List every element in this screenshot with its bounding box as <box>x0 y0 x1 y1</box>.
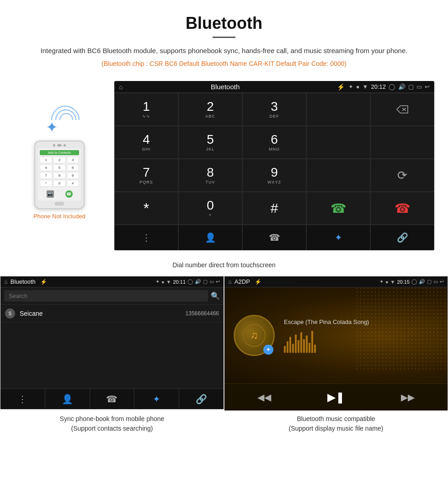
prev-track-button[interactable]: ◀◀ <box>251 389 278 405</box>
bt-overlay-icon: ✦ <box>263 345 273 355</box>
dial-caption: Dial number direct from touchscreen <box>0 258 448 276</box>
dial-key-1[interactable]: 1 ∿∿ <box>114 93 178 126</box>
phone-keypad: 1 2 3 4 5 6 7 8 9 * 0 # <box>40 157 79 187</box>
dial-key-4[interactable]: 4 GHI <box>114 126 178 159</box>
phonebook-screen: ⌂ Bluetooth ⚡ ✦ ● ▼ 20:11 ◯ 🔊 ▢ ▭ ↩ <box>0 276 224 409</box>
wifi-icon: ▼ <box>363 83 368 90</box>
eq-bar-9 <box>306 335 308 353</box>
play-pause-button[interactable]: ▶❚ <box>320 389 352 406</box>
screen-icon: ▢ <box>408 83 414 90</box>
bt-status-icon: ✦ <box>348 83 353 90</box>
eq-bars <box>284 330 438 353</box>
toolbar-grid-btn[interactable]: ⋮ <box>114 225 178 250</box>
phone-key-5: 5 <box>53 164 65 171</box>
dial-key-9[interactable]: 9 WXYZ <box>242 159 306 192</box>
pb-title: Bluetooth <box>11 278 36 285</box>
dial-backspace[interactable] <box>370 93 434 126</box>
toolbar-bluetooth-btn[interactable]: ✦ <box>306 225 370 250</box>
phone-screen-header: Add to Contacts <box>40 150 79 155</box>
dial-call-button[interactable]: ☎ <box>306 192 370 225</box>
toolbar-settings-btn[interactable]: 🔗 <box>370 225 434 250</box>
music-note-icon: ♫ <box>251 330 258 341</box>
phone-dot-2 <box>64 144 66 146</box>
dial-key-hash[interactable]: # <box>242 192 306 225</box>
phone-call-button: ☎ <box>65 190 73 198</box>
music-screen-icon: ▢ <box>427 279 432 285</box>
pb-win-icon: ▭ <box>209 279 214 285</box>
pb-wifi-icon: ▼ <box>166 279 171 285</box>
phone-key-star: * <box>40 180 52 187</box>
eq-bar-8 <box>303 339 305 353</box>
eq-bar-12 <box>314 345 316 353</box>
music-loc-icon: ● <box>385 279 389 285</box>
pb-bt-btn[interactable]: ✦ <box>134 389 179 409</box>
status-icons-right: ✦ ● ▼ 20:12 ◯ 🔊 ▢ ▭ ↩ <box>348 83 430 90</box>
car-status-bar: ⌂ Bluetooth ⚡ ✦ ● ▼ 20:12 ◯ 🔊 ▢ ▭ ↩ <box>114 81 434 93</box>
dial-key-3[interactable]: 3 DEF <box>242 93 306 126</box>
reload-icon: ⟳ <box>397 168 407 183</box>
phone-key-1: 1 <box>40 157 52 163</box>
eq-bar-11 <box>311 331 313 353</box>
music-status-right: ✦ ● ▼ 20:15 ◯ 🔊 ▢ ▭ ↩ <box>379 279 444 285</box>
call-red-icon: ☎ <box>395 201 411 216</box>
dial-key-2[interactable]: 2 ABC <box>178 93 242 126</box>
eq-bar-2 <box>287 341 288 353</box>
main-section: ✦ Add to Contacts 1 2 3 4 5 6 <box>0 81 448 250</box>
toolbar-phone-btn[interactable]: ☎ <box>242 225 306 250</box>
dial-empty-r2c5 <box>370 126 434 159</box>
music-caption: Bluetooth music compatible (Support disp… <box>224 410 448 438</box>
phone-not-included-label: Phone Not Included <box>33 213 85 220</box>
pb-home-icon: ⌂ <box>4 278 8 285</box>
phone-dot-1 <box>53 144 55 146</box>
car-dial-screen: ⌂ Bluetooth ⚡ ✦ ● ▼ 20:12 ◯ 🔊 ▢ ▭ ↩ 1 ∿∿ <box>114 81 434 250</box>
pb-contact-row[interactable]: S Seicane 13566664466 <box>0 305 224 323</box>
music-back-icon: ↩ <box>440 279 444 285</box>
dial-redial-button[interactable]: ⟳ <box>370 159 434 192</box>
phone-top-bar <box>38 144 81 146</box>
svg-marker-0 <box>397 106 408 113</box>
lower-right: ⌂ A2DP ⚡ ✦ ● ▼ 20:15 ◯ 🔊 ▢ ▭ ↩ <box>224 276 448 438</box>
music-content: ♫ ✦ Escape (The Pina Colada Song) <box>224 287 448 384</box>
eq-bar-4 <box>292 344 294 353</box>
eq-bar-7 <box>300 332 302 353</box>
dial-empty-r2c4 <box>306 126 370 159</box>
music-caption-line2: (Support display music file name) <box>289 425 384 432</box>
dial-key-0[interactable]: 0 + <box>178 192 242 225</box>
dial-key-5[interactable]: 5 JKL <box>178 126 242 159</box>
page-title: Bluetooth <box>18 14 430 33</box>
pb-phone-btn[interactable]: ☎ <box>90 389 135 409</box>
pb-search-bar: 🔍 <box>0 287 224 305</box>
music-cam-icon: ◯ <box>411 279 417 285</box>
dial-grid: 1 ∿∿ 2 ABC 3 DEF 4 GHI <box>114 93 434 250</box>
dial-empty-r1c4 <box>306 93 370 126</box>
toolbar-contacts-btn[interactable]: 👤 <box>178 225 242 250</box>
pb-cam-icon: ◯ <box>187 279 193 285</box>
bluetooth-waves: ✦ <box>41 99 78 136</box>
eq-bar-5 <box>295 335 297 353</box>
phone-key-7: 7 <box>40 172 52 179</box>
pb-caption-line1: Sync phone-book from mobile phone <box>60 415 165 422</box>
pb-grid-btn[interactable]: ⋮ <box>0 389 45 409</box>
page-header: Bluetooth Integrated with BC6 Bluetooth … <box>0 0 448 81</box>
phone-mockup: Add to Contacts 1 2 3 4 5 6 7 8 9 * 0 # … <box>34 140 85 209</box>
dial-key-8[interactable]: 8 TUV <box>178 159 242 192</box>
dial-key-6[interactable]: 6 MNO <box>242 126 306 159</box>
next-track-button[interactable]: ▶▶ <box>394 389 421 405</box>
phone-key-hash: # <box>67 180 79 187</box>
call-green-icon: ☎ <box>331 201 347 216</box>
pb-status-bar: ⌂ Bluetooth ⚡ ✦ ● ▼ 20:11 ◯ 🔊 ▢ ▭ ↩ <box>0 276 224 287</box>
music-status-bar: ⌂ A2DP ⚡ ✦ ● ▼ 20:15 ◯ 🔊 ▢ ▭ ↩ <box>224 276 448 287</box>
pb-contacts-btn[interactable]: 👤 <box>45 389 90 409</box>
phone-key-8: 8 <box>53 172 65 179</box>
music-inner: ♫ ✦ Escape (The Pina Colada Song) <box>224 306 448 365</box>
pb-link-btn[interactable]: 🔗 <box>179 389 224 409</box>
pb-search-input[interactable] <box>4 290 208 302</box>
pb-bt-icon: ✦ <box>155 279 160 285</box>
dial-key-star[interactable]: * <box>114 192 178 225</box>
dial-key-7[interactable]: 7 PQRS <box>114 159 178 192</box>
pb-contacts-area: S Seicane 13566664466 <box>0 305 224 347</box>
dial-end-call-button[interactable]: ☎ <box>370 192 434 225</box>
phone-screen: Add to Contacts 1 2 3 4 5 6 7 8 9 * 0 # … <box>38 148 81 200</box>
usb-icon: ⚡ <box>337 83 345 91</box>
pb-vol-icon: 🔊 <box>195 279 201 285</box>
